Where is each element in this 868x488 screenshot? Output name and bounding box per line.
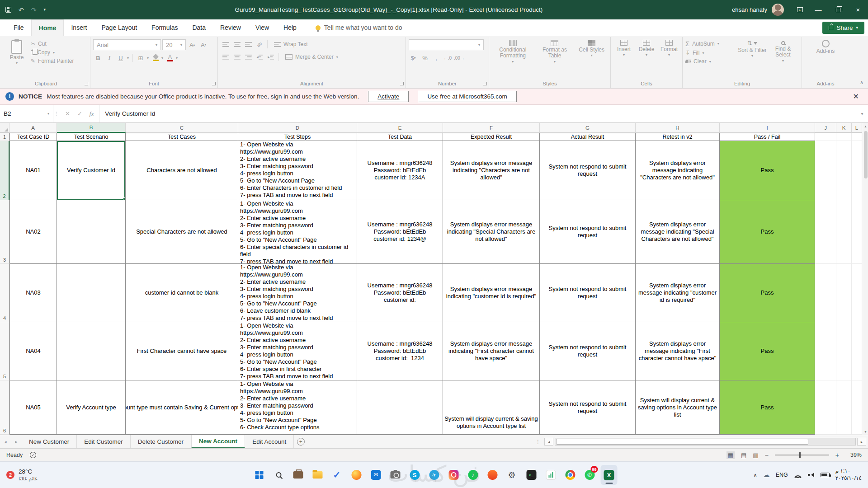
align-left-button[interactable]	[221, 52, 231, 62]
header-test-scenario[interactable]: Test Scenario	[57, 133, 126, 141]
search-button[interactable]	[270, 465, 287, 485]
telegram[interactable]: ✈	[426, 465, 443, 485]
start-button[interactable]	[251, 465, 268, 485]
find-select-button[interactable]: Find & Select ▾	[769, 38, 797, 63]
notice-close-icon[interactable]: ✕	[849, 92, 863, 101]
battery-icon[interactable]	[821, 473, 830, 477]
collapse-ribbon-button[interactable]: ∧	[860, 80, 863, 85]
autosum-button[interactable]: ΣAutoSum▾	[685, 40, 736, 47]
tab-split-handle[interactable]: ⋮	[533, 439, 543, 445]
scroll-down-icon[interactable]: ▼	[863, 428, 868, 435]
activate-button[interactable]: Activate	[368, 91, 409, 102]
tab-formulas[interactable]: Formulas	[144, 19, 185, 36]
row-number-2[interactable]: 2	[0, 141, 9, 200]
wifi-icon[interactable]	[794, 472, 802, 478]
vertical-scroll-thumb[interactable]	[864, 131, 868, 178]
borders-button[interactable]: ⊞	[136, 53, 146, 63]
row-number-1[interactable]: 1	[0, 133, 9, 141]
empty-cell[interactable]	[852, 322, 862, 380]
language-indicator[interactable]: ENG	[776, 472, 788, 478]
header-retest-in-v2[interactable]: Retest in v2	[636, 133, 720, 141]
empty-cell[interactable]	[815, 380, 836, 435]
weather-widget[interactable]: 2 28°C غائم غالبًا	[0, 468, 42, 482]
bottom-align-button[interactable]	[243, 39, 253, 49]
cell-NA01-test_case[interactable]: Characters are not allowed	[126, 141, 238, 200]
cell-NA03-result[interactable]: Pass	[720, 264, 815, 322]
column-header-H[interactable]: H	[636, 123, 720, 133]
cell-NA02-expected[interactable]: System displays error message indicating…	[443, 200, 540, 264]
cell-NA01-id[interactable]: NA01	[9, 141, 57, 200]
cell-NA02-test_case[interactable]: Special Characters are not allowed	[126, 200, 238, 264]
format-cells-button[interactable]: Format ▾	[659, 38, 679, 57]
cell-NA01-result[interactable]: Pass	[720, 141, 815, 200]
align-right-button[interactable]	[243, 52, 253, 62]
empty-cell[interactable]	[836, 200, 852, 264]
column-header-D[interactable]: D	[238, 123, 357, 133]
font-dialog-launcher[interactable]	[212, 82, 216, 85]
alignment-dialog-launcher[interactable]	[400, 82, 404, 85]
normal-view-button[interactable]: ▦	[726, 451, 735, 459]
insert-function-icon[interactable]: fx	[90, 110, 94, 117]
cell-NA02-id[interactable]: NA02	[9, 200, 57, 264]
cell-NA05-retest[interactable]: System will display current & saving opt…	[636, 380, 720, 435]
align-center-button[interactable]	[232, 52, 242, 62]
empty-cell[interactable]	[836, 380, 852, 435]
copy-button[interactable]: Copy▾	[31, 49, 74, 56]
cell-NA03-id[interactable]: NA03	[9, 264, 57, 322]
tab-file[interactable]: File	[6, 19, 31, 36]
avatar[interactable]	[772, 4, 784, 16]
sheet-nav-left-icon[interactable]: ◂	[0, 435, 11, 448]
row-number-5[interactable]: 5	[0, 322, 9, 380]
cell-NA04-scenario[interactable]	[57, 322, 126, 380]
cell-NA05-test_data[interactable]	[357, 380, 443, 435]
confirm-entry-icon[interactable]: ✓	[77, 110, 82, 117]
row-number-6[interactable]: 6	[0, 380, 9, 435]
redo-button[interactable]: ↷	[31, 7, 37, 13]
middle-align-button[interactable]	[232, 39, 242, 49]
clipboard-dialog-launcher[interactable]	[85, 82, 88, 85]
row-number-4[interactable]: 4	[0, 264, 9, 322]
cell-NA05-expected[interactable]: System will display current & saving opt…	[443, 380, 540, 435]
addins-button[interactable]: Add-ins	[812, 38, 839, 54]
cell-NA01-retest[interactable]: System displays error message indicating…	[636, 141, 720, 200]
tab-data[interactable]: Data	[185, 19, 213, 36]
empty-cell[interactable]	[852, 200, 862, 264]
empty-cell[interactable]	[815, 264, 836, 322]
cell-NA02-actual[interactable]: System not respond to submit request	[540, 200, 636, 264]
cell-NA03-expected[interactable]: System displays error message indicating…	[443, 264, 540, 322]
cell-NA03-test_case[interactable]: customer id cannot be blank	[126, 264, 238, 322]
empty-cell[interactable]	[815, 200, 836, 264]
page-layout-view-button[interactable]: ▤	[741, 452, 746, 459]
cell-NA03-scenario[interactable]	[57, 264, 126, 322]
cell-NA04-test_case[interactable]: First Character cannot have space	[126, 322, 238, 380]
empty-cell[interactable]	[852, 141, 862, 200]
settings[interactable]: ⚙	[504, 465, 520, 485]
number-format-select[interactable]: ▾	[409, 39, 484, 50]
tab-insert[interactable]: Insert	[64, 19, 94, 36]
tab-help[interactable]: Help	[276, 19, 304, 36]
empty-cell[interactable]	[836, 322, 852, 380]
camera-app[interactable]	[387, 465, 404, 485]
cell-NA01-actual[interactable]: System not respond to submit request	[540, 141, 636, 200]
cell-NA02-result[interactable]: Pass	[720, 200, 815, 264]
delete-cells-button[interactable]: Delete ▾	[636, 38, 657, 57]
zoom-in-button[interactable]: +	[835, 451, 839, 459]
cell-NA04-id[interactable]: NA04	[9, 322, 57, 380]
header-expected-result[interactable]: Expected Result	[443, 133, 540, 141]
scroll-left-icon[interactable]: ◂	[544, 438, 553, 446]
file-explorer[interactable]	[309, 465, 326, 485]
tab-review[interactable]: Review	[213, 19, 248, 36]
cell-NA03-test_data[interactable]: Username : mngr636248 Password: bEtEdEb …	[357, 264, 443, 322]
use-free-button[interactable]: Use free at Microsoft365.com	[418, 91, 516, 102]
accessibility-icon[interactable]: ✓	[30, 452, 36, 458]
increase-indent-button[interactable]: ▸	[266, 52, 276, 62]
vertical-scrollbar[interactable]: ▲ ▼	[863, 123, 868, 435]
column-header-I[interactable]: I	[720, 123, 815, 133]
tab-view[interactable]: View	[248, 19, 276, 36]
todo-app[interactable]: ✓	[329, 465, 345, 485]
clear-button[interactable]: Clear▾	[685, 58, 736, 65]
header-pass-fail[interactable]: Pass / Fail	[720, 133, 815, 141]
cell-NA02-retest[interactable]: System displays error message indicating…	[636, 200, 720, 264]
grow-font-button[interactable]: A▴	[187, 40, 197, 50]
cell-NA04-actual[interactable]: System not respond to submit request	[540, 322, 636, 380]
